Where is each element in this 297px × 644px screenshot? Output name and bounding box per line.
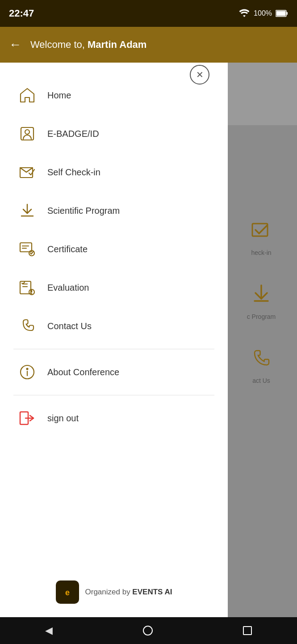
close-button-container[interactable]: ✕ xyxy=(190,65,209,85)
menu-item-about[interactable]: About Conference xyxy=(0,353,228,391)
svg-rect-1 xyxy=(276,11,286,16)
menu-list: Home E-BADGE/ID Self Check xyxy=(0,63,228,567)
badge-icon xyxy=(18,124,37,143)
header-title: Welcome to, Martin Adam xyxy=(30,39,146,51)
menu-item-contact[interactable]: Contact Us xyxy=(0,307,228,345)
divider-1 xyxy=(13,349,214,349)
phone-icon xyxy=(18,317,37,335)
certificate-icon xyxy=(18,240,37,258)
wifi-icon xyxy=(238,9,250,18)
signout-icon xyxy=(18,409,37,428)
contact-label: Contact Us xyxy=(47,321,92,331)
download-icon xyxy=(18,201,37,220)
battery-icon xyxy=(276,10,288,17)
recents-nav-button[interactable] xyxy=(243,626,252,635)
bg-checkin-item: heck-in xyxy=(226,206,297,270)
checkin-label: Self Check-in xyxy=(47,167,100,178)
menu-item-signout[interactable]: sign out xyxy=(0,399,228,437)
bg-program-icon xyxy=(250,283,272,309)
svg-rect-2 xyxy=(287,12,288,15)
events-ai-logo: e xyxy=(56,580,79,604)
menu-item-ebadge[interactable]: E-BADGE/ID xyxy=(0,114,228,153)
bg-contact-item: act Us xyxy=(226,334,297,398)
scientific-label: Scientific Program xyxy=(47,206,120,216)
back-button[interactable]: ← xyxy=(9,38,21,52)
status-time: 22:47 xyxy=(9,8,34,19)
bg-program-label: c Program xyxy=(247,313,276,320)
svg-rect-7 xyxy=(20,243,32,252)
bg-contact-label: act Us xyxy=(252,377,270,384)
footer-text: Organized by EVENTS AI xyxy=(85,588,172,597)
menu-item-scientific[interactable]: Scientific Program xyxy=(0,191,228,230)
status-bar: 22:47 100% xyxy=(0,0,297,27)
menu-item-checkin[interactable]: Self Check-in xyxy=(0,153,228,191)
back-nav-button[interactable]: ◀ xyxy=(45,625,53,636)
signout-label: sign out xyxy=(47,413,79,424)
svg-point-5 xyxy=(25,130,29,134)
svg-rect-3 xyxy=(252,224,268,236)
menu-item-certificate[interactable]: Certificate xyxy=(0,230,228,268)
about-label: About Conference xyxy=(47,367,119,377)
ebadge-label: E-BADGE/ID xyxy=(47,129,99,139)
bg-checkin-icon xyxy=(250,219,272,246)
battery-percentage: 100% xyxy=(254,9,272,17)
evaluation-label: Evaluation xyxy=(47,283,89,293)
checkin-icon xyxy=(18,163,37,182)
svg-text:e: e xyxy=(65,588,70,597)
certificate-label: Certificate xyxy=(47,244,88,254)
header: ← Welcome to, Martin Adam xyxy=(0,27,297,63)
android-nav-bar: ◀ xyxy=(0,617,297,644)
status-icons: 100% xyxy=(238,9,288,18)
menu-item-evaluation[interactable]: Evaluation xyxy=(0,268,228,307)
svg-point-17 xyxy=(27,369,28,370)
bg-checkin-label: heck-in xyxy=(251,249,271,256)
info-icon xyxy=(18,363,37,381)
bg-contact-icon xyxy=(250,347,272,373)
home-label: Home xyxy=(47,90,71,101)
background-menu-items: heck-in c Program act Us xyxy=(226,125,297,644)
close-button[interactable]: ✕ xyxy=(190,65,209,85)
divider-2 xyxy=(13,395,214,395)
drawer-footer: e Organized by EVENTS AI xyxy=(0,567,228,617)
navigation-drawer: Home E-BADGE/ID Self Check xyxy=(0,63,228,617)
home-nav-button[interactable] xyxy=(143,626,153,636)
home-icon xyxy=(18,86,37,105)
bg-program-item: c Program xyxy=(226,270,297,334)
evaluation-icon xyxy=(18,278,37,297)
